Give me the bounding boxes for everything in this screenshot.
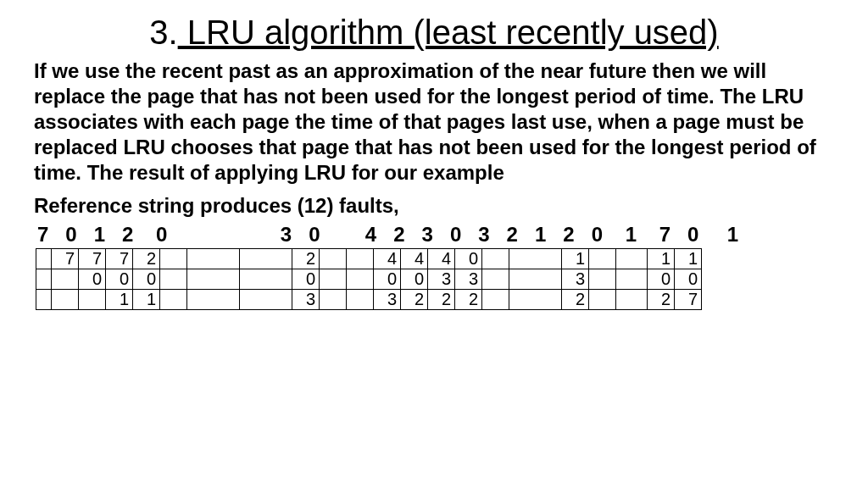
grid-cell: 2 (455, 290, 482, 310)
grid-cell (79, 290, 106, 310)
grid-cell: 0 (374, 269, 401, 290)
faults-line: Reference string produces (12) faults, (34, 194, 834, 218)
description-paragraph: If we use the recent past as an approxim… (34, 58, 834, 186)
grid-cell (187, 290, 240, 310)
grid-cell: 0 (292, 269, 320, 290)
grid-cell: 0 (133, 269, 160, 290)
grid-cell: 1 (675, 249, 702, 269)
grid-cell: 3 (374, 290, 401, 310)
grid-cell (509, 249, 562, 269)
grid-cell: 2 (648, 290, 675, 310)
grid-cell (616, 290, 648, 310)
grid-cell (509, 290, 562, 310)
grid-cell (320, 269, 347, 290)
grid-cell: 7 (52, 249, 79, 269)
grid-cell: 0 (648, 269, 675, 290)
grid-cell: 1 (648, 249, 675, 269)
grid-cell (589, 269, 616, 290)
grid-cell (589, 249, 616, 269)
slide-title: 3. LRU algorithm (least recently used) (34, 14, 834, 52)
grid-cell: 2 (133, 249, 160, 269)
grid-cell: 3 (562, 269, 589, 290)
grid-cell (320, 249, 347, 269)
grid-cell: 0 (106, 269, 133, 290)
grid-cell (347, 290, 374, 310)
grid-cell: 7 (79, 249, 106, 269)
grid-cell: 1 (133, 290, 160, 310)
grid-cell: 0 (675, 269, 702, 290)
grid-cell: 2 (292, 249, 320, 269)
grid-cell (347, 249, 374, 269)
grid-cell (52, 269, 79, 290)
grid-cell: 3 (455, 269, 482, 290)
grid-cell (36, 269, 52, 290)
grid-cell (320, 290, 347, 310)
frame-grid-wrap: 777224440111000000333001133222227 (36, 248, 834, 310)
grid-cell (347, 269, 374, 290)
grid-cell (589, 290, 616, 310)
grid-cell: 2 (428, 290, 455, 310)
grid-cell (36, 249, 52, 269)
grid-cell (616, 249, 648, 269)
grid-cell (616, 269, 648, 290)
title-prefix: 3. (149, 14, 177, 51)
grid-cell: 1 (562, 249, 589, 269)
grid-cell (36, 290, 52, 310)
grid-cell (160, 249, 187, 269)
frame-grid: 777224440111000000333001133222227 (36, 248, 702, 310)
grid-cell (187, 249, 240, 269)
grid-cell (187, 269, 240, 290)
grid-cell: 7 (675, 290, 702, 310)
grid-cell: 7 (106, 249, 133, 269)
title-main: LRU algorithm (least recently used) (178, 14, 719, 51)
grid-cell: 2 (562, 290, 589, 310)
grid-cell (482, 249, 509, 269)
grid-cell (160, 269, 187, 290)
grid-cell (52, 290, 79, 310)
grid-cell: 4 (401, 249, 428, 269)
grid-cell: 0 (401, 269, 428, 290)
grid-cell: 3 (292, 290, 320, 310)
grid-cell (160, 290, 187, 310)
grid-cell: 4 (428, 249, 455, 269)
grid-cell: 0 (79, 269, 106, 290)
grid-cell (482, 290, 509, 310)
grid-cell: 1 (106, 290, 133, 310)
grid-cell (240, 269, 292, 290)
reference-string: 7 0 1 2 0 3 0 4 2 3 0 3 2 1 2 0 1 7 0 1 (34, 223, 834, 247)
grid-cell: 3 (428, 269, 455, 290)
grid-cell: 0 (455, 249, 482, 269)
grid-cell: 2 (401, 290, 428, 310)
grid-cell (482, 269, 509, 290)
grid-cell (509, 269, 562, 290)
grid-cell (240, 249, 292, 269)
grid-cell (240, 290, 292, 310)
grid-cell: 4 (374, 249, 401, 269)
